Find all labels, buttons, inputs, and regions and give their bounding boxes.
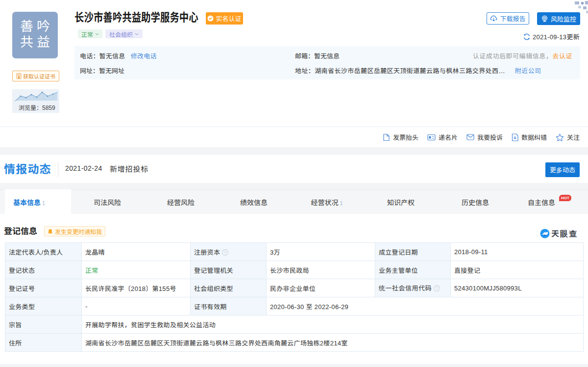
svg-text:?: ? xyxy=(436,286,438,291)
svg-text:?: ? xyxy=(224,250,226,255)
